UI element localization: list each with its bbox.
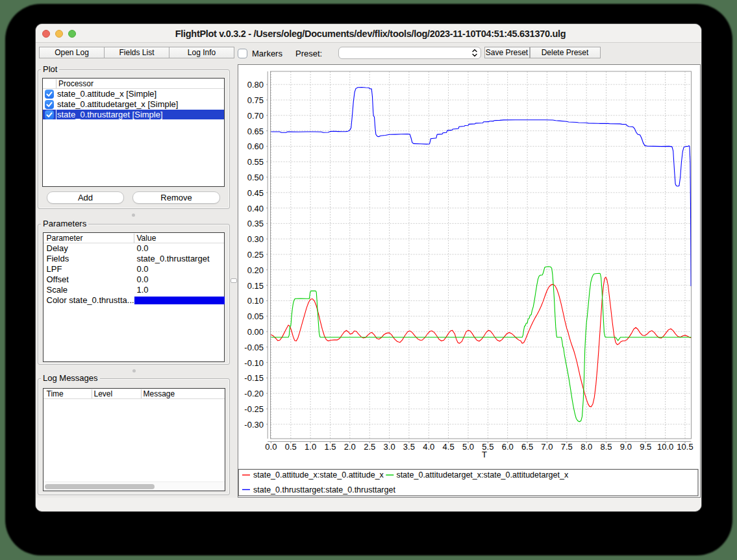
svg-text:state_0.thrusttarget:state_0.t: state_0.thrusttarget:state_0.thrusttarge… bbox=[253, 485, 395, 494]
svg-text:3.5: 3.5 bbox=[403, 442, 415, 452]
svg-text:7.0: 7.0 bbox=[541, 442, 553, 452]
svg-text:0.80: 0.80 bbox=[247, 80, 264, 90]
svg-text:2.0: 2.0 bbox=[344, 442, 356, 452]
svg-text:9.5: 9.5 bbox=[640, 442, 651, 452]
svg-text:7.5: 7.5 bbox=[561, 442, 573, 452]
svg-text:0.55: 0.55 bbox=[247, 157, 264, 167]
svg-text:state_0.attitude_x:state_0.att: state_0.attitude_x:state_0.attitude_x bbox=[253, 470, 384, 480]
svg-text:6.0: 6.0 bbox=[502, 442, 514, 452]
svg-text:0.20: 0.20 bbox=[247, 265, 264, 275]
svg-text:0.35: 0.35 bbox=[247, 219, 264, 228]
svg-text:T: T bbox=[482, 450, 487, 459]
svg-text:0.10: 0.10 bbox=[247, 296, 264, 306]
svg-text:-0.20: -0.20 bbox=[244, 389, 264, 398]
svg-text:-0.30: -0.30 bbox=[244, 420, 264, 430]
svg-text:8.5: 8.5 bbox=[600, 442, 612, 452]
svg-text:2.5: 2.5 bbox=[364, 442, 375, 452]
svg-text:0.70: 0.70 bbox=[247, 111, 264, 121]
svg-text:4.0: 4.0 bbox=[423, 442, 434, 452]
svg-text:0.05: 0.05 bbox=[247, 311, 264, 321]
svg-text:0.30: 0.30 bbox=[247, 234, 264, 244]
svg-text:0.50: 0.50 bbox=[247, 173, 264, 182]
svg-text:0.65: 0.65 bbox=[247, 127, 264, 136]
svg-text:6.5: 6.5 bbox=[521, 442, 533, 452]
svg-text:-0.15: -0.15 bbox=[244, 373, 264, 383]
svg-text:10.5: 10.5 bbox=[677, 442, 693, 452]
svg-text:0.0: 0.0 bbox=[265, 442, 277, 452]
svg-text:1.0: 1.0 bbox=[305, 442, 316, 452]
svg-text:0.40: 0.40 bbox=[247, 204, 264, 213]
svg-text:10.0: 10.0 bbox=[657, 442, 673, 452]
svg-text:0.5: 0.5 bbox=[285, 442, 297, 452]
svg-text:-0.05: -0.05 bbox=[244, 343, 264, 352]
svg-text:0.45: 0.45 bbox=[247, 188, 264, 198]
svg-text:1.5: 1.5 bbox=[324, 442, 336, 452]
svg-text:5.0: 5.0 bbox=[462, 442, 474, 452]
svg-text:9.0: 9.0 bbox=[620, 442, 632, 452]
svg-text:0.15: 0.15 bbox=[247, 281, 264, 291]
svg-text:state_0.attitudetarget_x:state: state_0.attitudetarget_x:state_0.attitud… bbox=[396, 470, 569, 480]
svg-text:0.25: 0.25 bbox=[247, 250, 264, 260]
svg-text:3.0: 3.0 bbox=[384, 442, 395, 452]
svg-text:-0.10: -0.10 bbox=[244, 358, 264, 368]
svg-text:0.60: 0.60 bbox=[247, 141, 264, 151]
svg-text:8.0: 8.0 bbox=[581, 442, 592, 452]
svg-text:4.5: 4.5 bbox=[443, 442, 455, 452]
svg-text:0.00: 0.00 bbox=[247, 327, 264, 337]
svg-text:-0.25: -0.25 bbox=[244, 404, 264, 414]
svg-text:0.75: 0.75 bbox=[247, 95, 264, 105]
